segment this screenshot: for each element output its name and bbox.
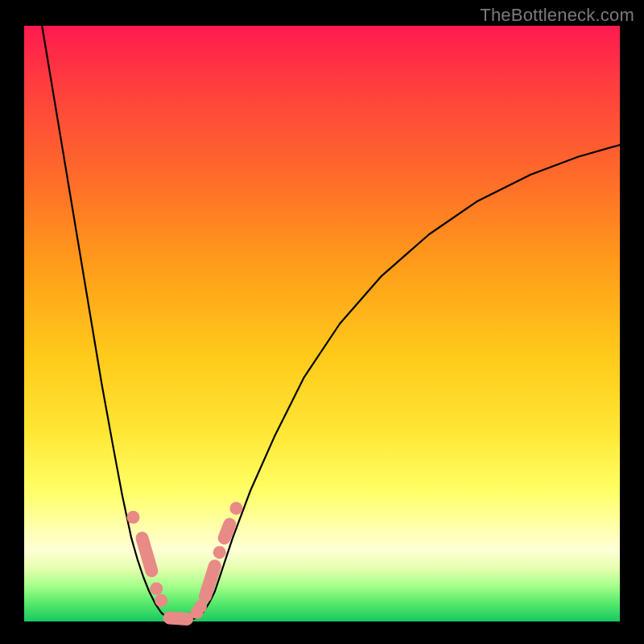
data-marker xyxy=(150,582,163,595)
curve-group xyxy=(42,26,620,621)
data-marker-segment xyxy=(205,566,215,597)
data-marker-segment xyxy=(170,618,187,619)
data-marker xyxy=(155,594,167,607)
data-marker xyxy=(229,502,242,514)
data-marker-segment xyxy=(142,538,152,571)
bottleneck-curve xyxy=(42,26,620,621)
chart-svg xyxy=(0,0,644,644)
data-marker xyxy=(213,546,226,559)
data-marker-segment xyxy=(225,524,230,538)
data-marker xyxy=(126,511,139,524)
chart-frame: TheBottleneck.com xyxy=(0,0,644,644)
